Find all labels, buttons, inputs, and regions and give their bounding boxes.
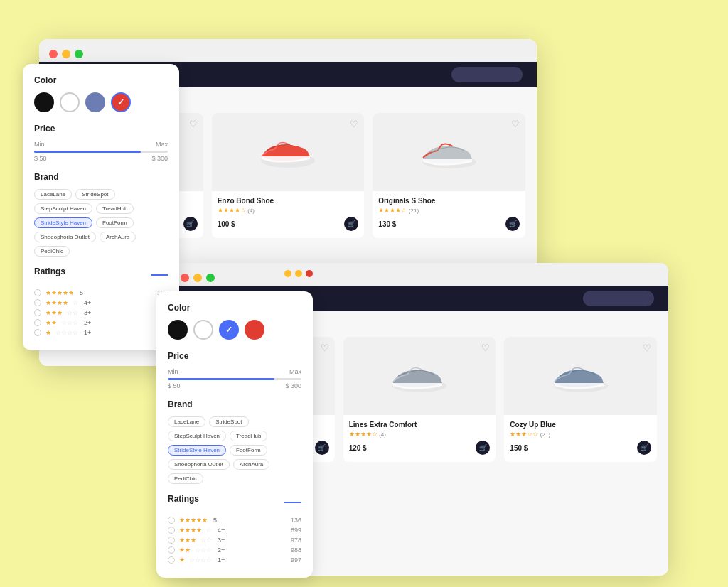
rating-radio-5-front[interactable]: [168, 517, 175, 524]
rating-count-1-front: 997: [291, 556, 301, 564]
heart-btn-1-back[interactable]: ♡: [189, 119, 198, 129]
heart-btn-1-front[interactable]: ♡: [321, 343, 329, 353]
rating-label-4-back: 4+: [84, 299, 91, 306]
brand-lace-front[interactable]: LaceLane: [168, 416, 205, 427]
cart-btn-1-back[interactable]: 🛒: [183, 217, 198, 231]
brand-title-front: Brand: [168, 399, 301, 409]
brand-stridestyle-back[interactable]: StrideStyle Haven: [34, 217, 92, 228]
rating-radio-2-back[interactable]: [34, 319, 41, 326]
heart-btn-2-front[interactable]: ♡: [481, 343, 490, 353]
rating-stars-3-back: ★★★: [46, 309, 63, 316]
brand-stride-back[interactable]: StrideSpot: [75, 189, 114, 200]
cart-btn-3-front[interactable]: 🛒: [637, 441, 651, 455]
product-name-3-back: Originals S Shoe: [378, 197, 520, 205]
minimize-dot-back[interactable]: [62, 50, 70, 58]
rating-label-2-front: 2+: [218, 546, 225, 554]
minimize-dot-front[interactable]: [193, 274, 202, 282]
product-card-2-back: ♡ Enzo Bond Shoe ★★★★☆ (4): [212, 113, 365, 238]
rating-radio-2-front[interactable]: [168, 546, 175, 554]
heart-btn-3-front[interactable]: ♡: [643, 343, 651, 353]
brand-arch-back[interactable]: ArchAura: [100, 232, 136, 242]
rating-label-5-back: 5: [80, 289, 83, 296]
brand-tread-front[interactable]: TreadHub: [230, 431, 267, 441]
color-swatch-red-back[interactable]: ✓: [111, 92, 131, 112]
brand-shoe-back[interactable]: Shoeophoria Outlet: [34, 232, 96, 242]
product-price-row-2-front: 120 $ 🛒: [349, 441, 491, 455]
rating-count-2-front: 988: [291, 546, 301, 554]
brand-step-back[interactable]: StepSculpt Haven: [34, 203, 92, 214]
brand-shoe-front[interactable]: Shoeophoria Outlet: [168, 459, 230, 470]
brand-lace-back[interactable]: LaceLane: [34, 189, 72, 200]
brand-pedi-back[interactable]: PediChic: [34, 246, 70, 257]
price-min-val-back: $ 50: [34, 155, 47, 162]
rating-count-3-front: 978: [291, 537, 301, 544]
cart-btn-3-back[interactable]: 🛒: [505, 217, 520, 231]
rating-radio-4-back[interactable]: [34, 299, 41, 306]
maximize-dot-back[interactable]: [75, 50, 83, 58]
rating-radio-3-front[interactable]: [168, 537, 175, 544]
brand-stridestyle-front[interactable]: StrideStyle Haven: [168, 445, 226, 456]
price-slider-front[interactable]: [168, 378, 301, 380]
rating-label-3-front: 3+: [218, 537, 225, 544]
price-labels-back: Min Max: [34, 141, 168, 148]
price-min-label-front: Min: [168, 368, 178, 375]
price-slider-fill-back: [34, 151, 141, 153]
close-dot-back[interactable]: [49, 50, 58, 58]
price-slider-fill-front: [168, 378, 274, 380]
color-swatch-red-front[interactable]: [245, 320, 264, 340]
rating-stars-1-back: ★: [46, 329, 51, 336]
rating-stars-4-back: ★★★★: [46, 299, 68, 306]
maximize-dot-front[interactable]: [206, 274, 215, 282]
rating-radio-3-back[interactable]: [34, 309, 41, 316]
color-swatch-blue-front[interactable]: ✓: [219, 320, 239, 340]
heart-btn-2-back[interactable]: ♡: [350, 119, 358, 129]
close-dot-front[interactable]: [181, 274, 189, 282]
rating-radio-5-back[interactable]: [34, 289, 41, 296]
rating-row-1-back: ★☆☆☆☆ 1+ 997: [34, 329, 168, 336]
cart-btn-2-front[interactable]: 🛒: [476, 441, 490, 455]
product-name-2-back: Enzo Bond Shoe: [218, 197, 359, 205]
rating-label-3-back: 3+: [84, 309, 91, 316]
price-slider-back[interactable]: [34, 151, 168, 153]
browser-chrome-back: [39, 39, 537, 62]
cart-btn-2-back[interactable]: 🛒: [344, 217, 358, 231]
color-swatch-white-front[interactable]: [193, 320, 213, 340]
search-bar-back[interactable]: [451, 67, 523, 82]
rating-row-5-back: ★★★★★ 5 136: [34, 289, 168, 296]
cart-btn-1-front[interactable]: 🛒: [315, 441, 329, 455]
brand-arch-front[interactable]: ArchAura: [233, 459, 269, 470]
brand-tread-back[interactable]: TreadHub: [96, 203, 134, 214]
rating-radio-1-front[interactable]: [168, 556, 175, 564]
rating-radio-1-back[interactable]: [34, 329, 41, 336]
rating-stars-2-back: ★★: [46, 319, 57, 326]
heart-btn-3-back[interactable]: ♡: [511, 119, 520, 129]
search-bar-front[interactable]: [583, 291, 654, 306]
brand-stride-front[interactable]: StrideSpot: [209, 416, 248, 427]
product-price-3-front: 150 $: [510, 444, 528, 452]
shoe-img-2-back: [256, 131, 320, 173]
filter-panel-front: Color ✓ Price Min Max $ 50 $ 300 Brand L…: [156, 291, 313, 578]
product-stars-3-back: ★★★★☆ (21): [378, 207, 520, 214]
product-card-3-back: ♡ Originals S Shoe ★★★★☆ (21): [373, 113, 525, 238]
ratings-title-back: Ratings: [34, 266, 65, 276]
product-name-2-front: Lines Extra Comfort: [349, 421, 491, 429]
product-info-3-front: Cozy Up Blue ★★★☆☆ (21) 150 $ 🛒: [504, 415, 657, 462]
product-card-3-front: ♡ Cozy Up Blue ★★★☆☆ (21): [504, 337, 657, 462]
brand-foot-back[interactable]: FootForm: [96, 217, 134, 228]
color-swatches-back: ✓: [34, 92, 168, 112]
color-swatch-black-back[interactable]: [34, 92, 54, 112]
filter-panel-back: Color ✓ Price Min Max $ 50 $ 300 Brand L…: [23, 64, 179, 350]
brand-pedi-front[interactable]: PediChic: [168, 473, 203, 484]
brand-step-front[interactable]: StepSculpt Haven: [168, 431, 226, 441]
color-swatch-blue-back[interactable]: [85, 92, 105, 112]
price-section-front: Price Min Max $ 50 $ 300: [168, 351, 301, 389]
color-swatch-white-back[interactable]: [60, 92, 80, 112]
price-values-back: $ 50 $ 300: [34, 155, 168, 162]
price-title-front: Price: [168, 351, 301, 361]
check-icon-back: ✓: [117, 97, 124, 107]
rating-radio-4-front[interactable]: [168, 527, 175, 534]
brand-foot-front[interactable]: FootForm: [230, 445, 267, 456]
rating-row-4-front: ★★★★☆ 4+ 899: [168, 527, 301, 534]
color-swatch-black-front[interactable]: [168, 320, 188, 340]
shoe-img-3-front: [549, 355, 613, 397]
